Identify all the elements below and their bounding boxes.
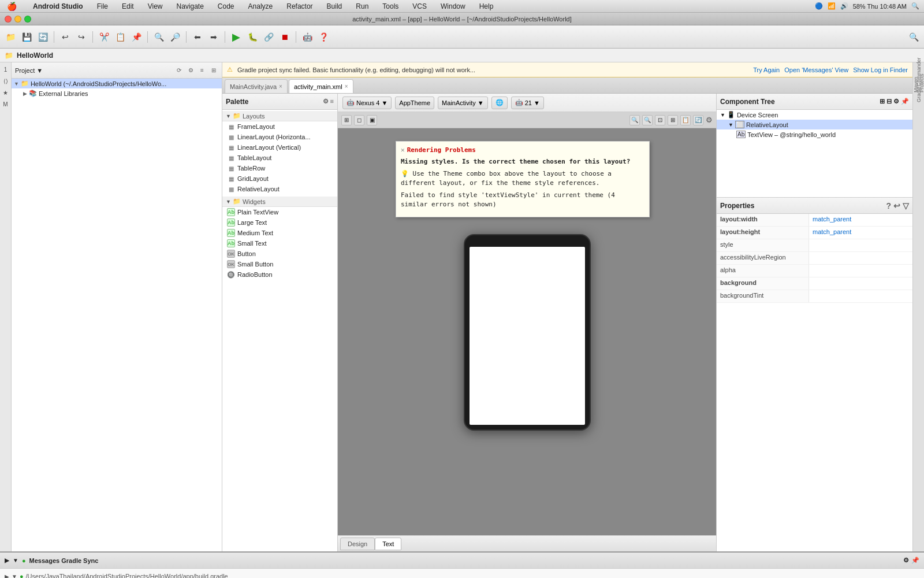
configure-project-icon[interactable]: ⚙ xyxy=(186,66,195,75)
msg-path-expand2-icon[interactable]: ▼ xyxy=(12,573,17,579)
menu-code[interactable]: Code xyxy=(215,2,237,10)
palette-small-text[interactable]: Ab Small Text xyxy=(222,238,337,249)
show-log-link[interactable]: Show Log in Finder xyxy=(853,66,908,73)
help-btn[interactable]: ❓ xyxy=(316,30,330,44)
menu-appname[interactable]: Android Studio xyxy=(31,2,85,10)
debug-btn[interactable]: 🐛 xyxy=(245,30,259,44)
bp-settings-icon[interactable]: ⚙ xyxy=(903,557,909,564)
project-tree-helloworld[interactable]: ▼ 📁 HelloWorld (~/.AndroidStudioProjects… xyxy=(12,79,222,88)
search-icon[interactable]: 🔍 xyxy=(911,2,919,10)
text-tab[interactable]: Text xyxy=(375,538,401,550)
prop-value-alpha[interactable] xyxy=(809,265,912,277)
palette-relativelayout[interactable]: ▦ RelativeLayout xyxy=(222,184,337,194)
component-tree-settings-icon[interactable]: ⚙ xyxy=(893,98,899,105)
device-selector[interactable]: 🤖 Nexus 4 ▼ xyxy=(342,97,392,109)
menu-run[interactable]: Run xyxy=(353,2,371,10)
palette-sort-icon[interactable]: ≡ xyxy=(330,98,334,105)
canvas-zoom-in-icon[interactable]: 🔍 xyxy=(642,115,653,125)
sidebar-favorites-icon[interactable]: ★ xyxy=(1,88,10,97)
properties-reset-icon[interactable]: ↩ xyxy=(893,201,900,210)
canvas-zoom-100-icon[interactable]: ⊞ xyxy=(668,115,678,125)
run-btn[interactable]: ▶ xyxy=(229,30,243,44)
component-tree-textview[interactable]: Ab TextView – @string/hello_world xyxy=(717,129,912,139)
component-tree-expand-icon[interactable]: ⊞ xyxy=(880,98,885,105)
palette-layouts-header[interactable]: ▼ 📁 Layouts xyxy=(222,111,337,121)
bp-pin-icon[interactable]: 📌 xyxy=(911,557,919,564)
canvas-settings-icon[interactable]: ⚙ xyxy=(706,116,713,124)
project-tree-external-libs[interactable]: ▶ 📚 External Libraries xyxy=(12,88,222,98)
palette-radiobutton[interactable]: 🔘 RadioButton xyxy=(222,269,337,280)
android-sdk-btn[interactable]: 🤖 xyxy=(300,30,314,44)
gradle-icon[interactable]: Gradle xyxy=(914,90,923,99)
messages-expand-icon[interactable]: ▼ xyxy=(13,557,18,564)
structure-icon[interactable]: ⟨⟩ xyxy=(1,76,10,86)
canvas-zoom-out-icon[interactable]: 🔍 xyxy=(629,115,640,125)
menu-tools[interactable]: Tools xyxy=(380,2,401,10)
maximize-button[interactable] xyxy=(24,16,31,23)
find2-btn[interactable]: 🔎 xyxy=(168,30,182,44)
tab-mainactivity-close[interactable]: × xyxy=(279,83,282,90)
canvas-scale-icon[interactable]: ⊞ xyxy=(341,115,352,125)
prop-value-background[interactable] xyxy=(809,277,912,290)
canvas-expand-icon[interactable]: ◻ xyxy=(354,115,364,125)
close-button[interactable] xyxy=(5,16,12,23)
canvas-refresh-icon[interactable]: 🔄 xyxy=(693,115,703,125)
menu-build[interactable]: Build xyxy=(325,2,345,10)
gear-project-icon[interactable]: ≡ xyxy=(198,66,207,75)
palette-linearlayout-h[interactable]: ▦ LinearLayout (Horizonta... xyxy=(222,132,337,142)
palette-medium-text[interactable]: Ab Medium Text xyxy=(222,228,337,238)
messages-collapse-icon[interactable]: ▶ xyxy=(5,557,9,564)
attach-debugger-btn[interactable]: 🔗 xyxy=(262,30,275,44)
sync-btn[interactable]: 🔄 xyxy=(36,30,50,44)
tab-xml-close[interactable]: × xyxy=(345,83,348,90)
theme-selector[interactable]: AppTheme xyxy=(395,97,434,109)
palette-gridlayout[interactable]: ▦ GridLayout xyxy=(222,173,337,184)
menu-refactor[interactable]: Refactor xyxy=(284,2,315,10)
nav-back-btn[interactable]: ⬅ xyxy=(191,30,204,44)
language-btn[interactable]: 🌐 xyxy=(491,97,508,109)
menu-analyze[interactable]: Analyze xyxy=(246,2,275,10)
stop-btn[interactable]: ⏹ xyxy=(278,30,292,44)
prop-value-style[interactable] xyxy=(809,239,912,251)
open-messages-link[interactable]: Open 'Messages' View xyxy=(784,66,848,73)
apple-menu[interactable]: 🍎 xyxy=(5,2,19,11)
search-everywhere-btn[interactable]: 🔍 xyxy=(907,30,921,44)
nav-fwd-btn[interactable]: ➡ xyxy=(207,30,221,44)
palette-plain-textview[interactable]: Ab Plain TextView xyxy=(222,207,337,217)
menu-view[interactable]: View xyxy=(146,2,165,10)
palette-framelayout[interactable]: ▦ FrameLayout xyxy=(222,121,337,132)
palette-linearlayout-v[interactable]: ▦ LinearLayout (Vertical) xyxy=(222,142,337,153)
design-tab[interactable]: Design xyxy=(340,538,375,550)
palette-button[interactable]: OK Button xyxy=(222,249,337,259)
component-tree-device-screen[interactable]: ▼ 📱 Device Screen xyxy=(717,110,912,120)
prop-value-backgroundtint[interactable] xyxy=(809,290,912,302)
try-again-link[interactable]: Try Again xyxy=(753,66,780,73)
palette-tablelayout[interactable]: ▦ TableLayout xyxy=(222,153,337,163)
menu-file[interactable]: File xyxy=(95,2,110,10)
sidebar-maven-icon[interactable]: M xyxy=(1,99,10,109)
sidebar-1-icon[interactable]: 1 xyxy=(1,65,10,74)
prop-value-layout-width[interactable]: match_parent xyxy=(809,214,912,226)
menu-navigate[interactable]: Navigate xyxy=(174,2,206,10)
api-selector[interactable]: 🤖 21 ▼ xyxy=(511,97,544,109)
redo-btn[interactable]: ↪ xyxy=(74,30,88,44)
canvas-fullscreen-icon[interactable]: ▣ xyxy=(367,115,377,125)
palette-large-text[interactable]: Ab Large Text xyxy=(222,217,337,228)
component-tree-collapse-icon[interactable]: ⊟ xyxy=(886,98,892,105)
tab-activity-main-xml[interactable]: activity_main.xml × xyxy=(289,79,353,93)
tab-mainactivity[interactable]: MainActivity.java × xyxy=(225,79,288,93)
minimize-button[interactable] xyxy=(14,16,21,23)
canvas-copy-icon[interactable]: 📋 xyxy=(680,115,691,125)
paste-btn[interactable]: 📌 xyxy=(129,30,143,44)
activity-selector[interactable]: MainActivity ▼ xyxy=(438,97,488,109)
menu-window[interactable]: Window xyxy=(438,2,468,10)
save-all-btn[interactable]: 💾 xyxy=(20,30,33,44)
prop-value-layout-height[interactable]: match_parent xyxy=(809,227,912,239)
menu-vcs[interactable]: VCS xyxy=(410,2,429,10)
msg-path-expand-icon[interactable]: ▶ xyxy=(5,573,9,579)
menu-help[interactable]: Help xyxy=(477,2,496,10)
find-btn[interactable]: 🔍 xyxy=(152,30,166,44)
project-btn[interactable]: 📁 xyxy=(3,30,17,44)
properties-help-icon[interactable]: ? xyxy=(886,201,891,210)
copy-btn[interactable]: 📋 xyxy=(113,30,127,44)
